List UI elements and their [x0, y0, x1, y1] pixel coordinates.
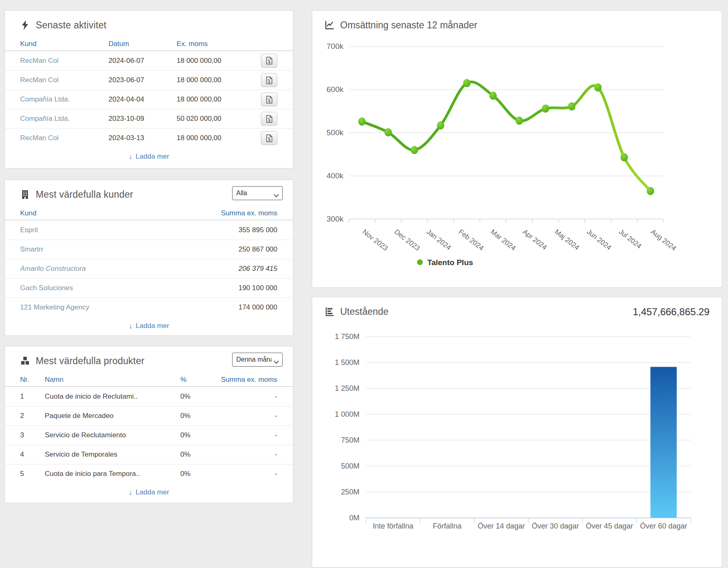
data-point-marker[interactable] [516, 117, 523, 125]
amount-cell: - [218, 393, 277, 401]
svg-text:$: $ [268, 137, 270, 141]
table-row: RecMan Col 2024-06-07 18 000 000,00 $ [5, 51, 293, 70]
customer-link[interactable]: Amarilo Constructora [20, 265, 238, 273]
col-header-pct[interactable]: % [180, 376, 218, 384]
customer-link[interactable]: 121 Marketing Agency [20, 303, 238, 312]
col-header-summa[interactable]: Summa ex. moms [218, 376, 277, 384]
x-axis-label: Apr 2024 [521, 228, 548, 251]
col-header-datum[interactable]: Datum [108, 40, 177, 48]
data-point-marker[interactable] [568, 102, 576, 111]
amount-cell: 18 000 000,00 [177, 76, 260, 84]
amount-cell: 18 000 000,00 [177, 95, 260, 104]
bar[interactable] [650, 367, 677, 518]
customer-link[interactable]: RecMan Col [20, 134, 108, 142]
number-cell: 5 [20, 470, 45, 478]
customer-link[interactable]: Compañía Ltda. [20, 95, 108, 104]
activity-table-header: Kund Datum Ex. moms [5, 37, 293, 51]
y-axis-label: 600k [327, 85, 344, 94]
invoice-icon: $ [266, 96, 272, 104]
y-axis-label: 1 500M [335, 358, 359, 367]
data-point-marker[interactable] [647, 187, 654, 195]
card-top-products: Mest värdefulla produkter Denna måna Nr.… [5, 346, 293, 503]
y-axis-label: 500k [327, 128, 344, 137]
table-row: 4 Servicio de Temporales 0% - [5, 445, 293, 464]
x-axis-label: Aug 2024 [650, 228, 678, 252]
load-more-link[interactable]: ↓ Ladda mer [129, 488, 169, 497]
table-row: Compañía Ltda. 2023-10-09 50 020 000,00 … [5, 109, 293, 128]
legend-marker [417, 259, 423, 265]
data-point-marker[interactable] [358, 118, 366, 126]
product-name-cell: Servicio de Reclutamiento [45, 431, 180, 439]
percent-cell: 0% [180, 431, 218, 439]
table-row: RecMan Col 2023-06-07 18 000 000,00 $ [5, 70, 293, 90]
data-point-marker[interactable] [542, 104, 549, 113]
data-point-marker[interactable] [437, 121, 444, 129]
customer-link[interactable]: RecMan Col [20, 57, 108, 65]
col-header-kund[interactable]: Kund [20, 209, 221, 217]
col-header-kund[interactable]: Kund [20, 40, 108, 48]
data-point-marker[interactable] [411, 146, 418, 154]
data-point-marker[interactable] [463, 79, 470, 87]
invoice-button[interactable]: $ [261, 73, 277, 87]
legend-label[interactable]: Talento Plus [427, 258, 473, 267]
category-label: Över 60 dagar [640, 522, 687, 530]
customer-link[interactable]: Gach Soluciones [20, 284, 238, 292]
chart-title: Omsättning senaste 12 månader [340, 20, 477, 31]
percent-cell: 0% [180, 412, 218, 420]
col-header-nr[interactable]: Nr. [20, 376, 45, 384]
amount-cell: - [218, 450, 277, 459]
amount-cell: - [218, 470, 277, 478]
card-outstanding-chart: Utestående 1,457,666,865.29 1 750M1 500M… [312, 297, 722, 568]
cubes-icon [20, 356, 30, 366]
load-more-link[interactable]: ↓ Ladda mer [129, 322, 169, 330]
amount-cell: 190 100 000 [238, 284, 277, 292]
customer-link[interactable]: Esprit [20, 226, 238, 234]
y-axis-label: 500M [341, 462, 359, 470]
invoice-button[interactable]: $ [261, 92, 277, 106]
category-label: Över 14 dagar [478, 522, 525, 530]
category-label: Inte förfallna [373, 522, 414, 530]
data-point-marker[interactable] [594, 83, 601, 92]
load-more-link[interactable]: ↓ Ladda mer [129, 152, 169, 161]
activity-table-body: RecMan Col 2024-06-07 18 000 000,00 $ Re… [5, 51, 293, 148]
product-name-cell: Cuota de inicio para Tempora.. [45, 470, 180, 478]
down-arrow-icon: ↓ [129, 488, 132, 497]
table-row: Esprit 355 895 000 [5, 220, 293, 240]
amount-cell: 18 000 000,00 [177, 57, 260, 65]
down-arrow-icon: ↓ [129, 152, 132, 161]
col-header-exmoms[interactable]: Ex. moms [177, 40, 260, 48]
y-axis-label: 1 250M [335, 384, 359, 393]
products-table-body: 1 Cuota de inicio de Reclutami.. 0% - 2 … [5, 387, 293, 483]
amount-cell: 18 000 000,00 [177, 134, 260, 142]
date-cell: 2023-06-07 [108, 76, 177, 84]
category-label: Över 30 dagar [532, 522, 579, 530]
table-row: 3 Servicio de Reclutamiento 0% - [5, 425, 293, 445]
customer-link[interactable]: Compañía Ltda. [20, 115, 108, 123]
outstanding-bar-chart: 1 750M1 500M1 250M1 000M750M500M250M0MIn… [312, 320, 723, 559]
customers-filter-select[interactable]: Alla [232, 186, 283, 200]
products-table-header: Nr. Namn % Summa ex. moms [5, 373, 293, 387]
data-point-marker[interactable] [489, 92, 497, 100]
customer-link[interactable]: Smartrr [20, 245, 238, 254]
x-axis-label: Nov 2023 [361, 228, 389, 252]
card-title: Mest värdefulla produkter [36, 356, 145, 367]
invoice-button[interactable]: $ [261, 54, 277, 68]
table-row: 5 Cuota de inicio para Tempora.. 0% - [5, 464, 293, 483]
invoice-button[interactable]: $ [261, 112, 277, 126]
load-more-label: Ladda mer [136, 488, 169, 496]
amount-cell: 250 867 000 [238, 245, 277, 254]
col-header-namn[interactable]: Namn [45, 376, 180, 384]
col-header-summa[interactable]: Summa ex. moms [221, 209, 277, 217]
card-revenue-chart: Omsättning senaste 12 månader 700k600k50… [312, 10, 722, 288]
x-axis-label: Mar 2024 [489, 228, 517, 252]
data-point-marker[interactable] [620, 153, 628, 162]
chart-line-icon [325, 20, 334, 30]
y-axis-label: 300k [327, 215, 344, 223]
products-filter-select[interactable]: Denna måna [232, 353, 283, 367]
x-axis-label: Jul 2024 [617, 228, 643, 250]
card-top-customers: Mest värdefulla kunder Alla Kund Summa e… [5, 180, 293, 336]
customer-link[interactable]: RecMan Col [20, 76, 108, 84]
down-arrow-icon: ↓ [129, 322, 132, 330]
data-point-marker[interactable] [385, 128, 392, 136]
invoice-button[interactable]: $ [261, 131, 277, 145]
